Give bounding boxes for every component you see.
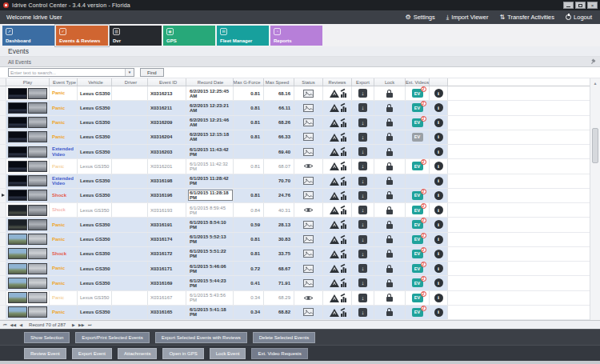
col-event-id[interactable]: Event ID	[148, 78, 186, 86]
info-icon[interactable]	[434, 103, 443, 112]
export-event-button[interactable]: Export Event	[72, 348, 112, 359]
video-thumbnail-front[interactable]	[8, 292, 27, 303]
lock-cell[interactable]	[374, 276, 406, 290]
lock-icon[interactable]	[386, 253, 393, 258]
export-cell[interactable]	[352, 233, 374, 246]
reviews-cell[interactable]	[323, 145, 352, 158]
video-thumbnail-cabin[interactable]	[28, 161, 47, 172]
table-row[interactable]: Panic Lexus GS350 X0316201 6/1/2015 11:4…	[0, 159, 590, 174]
lock-icon[interactable]	[386, 180, 393, 185]
lock-cell[interactable]	[374, 247, 406, 261]
col-driver[interactable]: Driver	[112, 78, 148, 86]
play-cell[interactable]	[6, 291, 50, 305]
export-cell[interactable]	[352, 203, 374, 217]
export-icon[interactable]	[358, 103, 367, 112]
reviews-cell[interactable]	[323, 247, 352, 261]
ev-badge[interactable]: EV2	[412, 278, 423, 287]
export-cell[interactable]	[352, 218, 374, 231]
lock-icon[interactable]	[386, 238, 393, 243]
play-cell[interactable]	[6, 203, 50, 217]
play-cell[interactable]	[6, 145, 50, 158]
first-record-button[interactable]: ⏮	[3, 323, 7, 327]
video-thumbnail-front[interactable]	[8, 102, 27, 114]
lock-cell[interactable]	[374, 159, 406, 173]
open-in-gps-button[interactable]: Open in GPS	[162, 348, 203, 359]
lock-icon[interactable]	[386, 297, 393, 302]
info-cell[interactable]	[430, 233, 448, 246]
reviews-cell[interactable]	[323, 130, 352, 144]
ext-videos-cell[interactable]: EV2	[406, 159, 430, 173]
info-cell[interactable]	[430, 291, 448, 305]
export-cell[interactable]	[352, 116, 374, 130]
ev-badge[interactable]: EV2	[412, 206, 423, 214]
play-cell[interactable]	[6, 130, 50, 144]
ext-videos-cell[interactable]: EV2	[406, 262, 430, 275]
maximize-button[interactable]	[575, 2, 586, 9]
ev-badge[interactable]: EV2	[412, 264, 423, 273]
ext-videos-cell[interactable]: EV2	[406, 116, 430, 130]
video-thumbnail-cabin[interactable]	[28, 278, 47, 289]
play-cell[interactable]	[6, 159, 50, 173]
col-max-gforce[interactable]: Max G-Force	[234, 78, 264, 86]
video-thumbnail-front[interactable]	[8, 190, 27, 201]
ev-badge[interactable]: EV	[412, 133, 423, 142]
export-cell[interactable]	[352, 101, 374, 114]
reviews-cell[interactable]	[323, 116, 352, 130]
ext-videos-cell[interactable]: EV2	[406, 247, 430, 261]
lock-icon[interactable]	[386, 311, 393, 316]
video-thumbnail-front[interactable]	[8, 263, 27, 274]
export-cell[interactable]	[352, 145, 374, 158]
lock-icon[interactable]	[386, 107, 393, 112]
info-cell[interactable]	[430, 116, 448, 130]
transfer-activities-button[interactable]: ⇅ Transfer Activities	[499, 14, 554, 21]
play-cell[interactable]	[6, 86, 50, 100]
ext-videos-cell[interactable]: EV2	[406, 101, 430, 114]
video-thumbnail-front[interactable]	[8, 88, 27, 99]
ext-videos-cell[interactable]: EV2	[406, 218, 430, 231]
reviews-cell[interactable]	[323, 159, 352, 173]
lock-icon[interactable]	[386, 151, 393, 156]
attachments-button[interactable]: Attachments	[118, 348, 157, 359]
reviews-cell[interactable]	[323, 291, 352, 305]
export-cell[interactable]	[352, 262, 374, 275]
video-thumbnail-front[interactable]	[8, 278, 27, 289]
ext-videos-cell[interactable]: EV	[406, 145, 430, 158]
export-cell[interactable]	[352, 291, 374, 305]
info-cell[interactable]	[430, 276, 448, 290]
info-icon[interactable]	[434, 294, 443, 302]
table-row[interactable]: Panic Lexus GS350 X0316213 6/2/2015 12:2…	[0, 86, 590, 101]
reviews-cell[interactable]	[323, 86, 352, 100]
video-thumbnail-front[interactable]	[8, 146, 27, 158]
pin-icon[interactable]	[590, 58, 596, 65]
col-event-type[interactable]: Event Type	[50, 78, 78, 86]
table-row[interactable]: Panic Lexus GS350 X0316211 6/2/2015 12:2…	[0, 101, 590, 115]
video-thumbnail-front[interactable]	[8, 205, 27, 216]
table-row[interactable]: Panic Lexus GS350 X0316209 6/2/2015 12:2…	[0, 116, 590, 130]
export-icon[interactable]	[358, 191, 367, 200]
review-event-button[interactable]: Review Event	[24, 348, 66, 359]
export-icon[interactable]	[358, 278, 367, 287]
info-cell[interactable]	[430, 247, 448, 261]
vertical-scrollbar[interactable]: ▲	[590, 78, 600, 320]
lock-cell[interactable]	[374, 189, 406, 202]
play-cell[interactable]	[6, 276, 50, 290]
tab-dashboard[interactable]: ↗ Dashboard	[2, 26, 54, 46]
video-thumbnail-cabin[interactable]	[28, 102, 47, 114]
export-icon[interactable]	[358, 177, 367, 186]
lock-cell[interactable]	[374, 218, 406, 231]
export-icon[interactable]	[358, 118, 367, 127]
export-icon[interactable]	[358, 250, 367, 258]
info-cell[interactable]	[430, 101, 448, 114]
lock-cell[interactable]	[374, 262, 406, 275]
play-cell[interactable]	[6, 116, 50, 130]
lock-icon[interactable]	[386, 93, 393, 98]
video-thumbnail-cabin[interactable]	[28, 88, 47, 99]
reviews-cell[interactable]	[323, 101, 352, 114]
table-row[interactable]: Extended Video Lexus GS350 X0316198 6/1/…	[0, 174, 590, 189]
info-icon[interactable]	[434, 250, 443, 258]
table-row[interactable]: Shock Lexus GS350 X0316172 6/1/2015 5:51…	[0, 247, 590, 262]
logout-button[interactable]: Logout	[566, 14, 592, 21]
info-cell[interactable]	[430, 86, 448, 100]
play-cell[interactable]	[6, 262, 50, 275]
video-thumbnail-cabin[interactable]	[28, 219, 47, 230]
